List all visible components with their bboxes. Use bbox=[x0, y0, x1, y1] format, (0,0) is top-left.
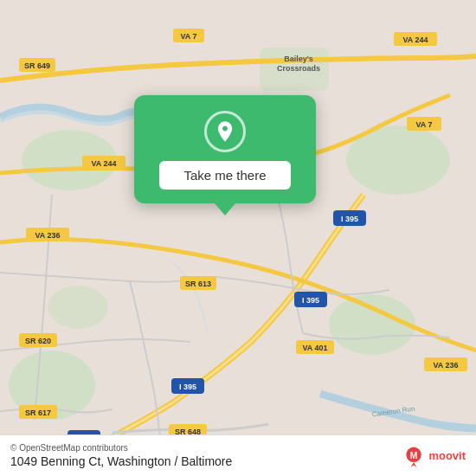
svg-text:I 395: I 395 bbox=[302, 296, 319, 305]
svg-text:Crossroads: Crossroads bbox=[277, 64, 320, 73]
moovit-logo: M moovit bbox=[402, 445, 466, 467]
svg-text:I 395: I 395 bbox=[179, 383, 196, 391]
svg-point-4 bbox=[48, 286, 108, 329]
bottom-bar: © OpenStreetMap contributors 1049 Bennin… bbox=[0, 434, 476, 476]
location-icon-wrap bbox=[204, 111, 246, 152]
map-svg: VA 7 VA 7 VA 244 VA 244 VA 244 VA 236 VA… bbox=[0, 0, 476, 476]
svg-text:SR 620: SR 620 bbox=[25, 337, 51, 345]
moovit-icon: M bbox=[402, 445, 425, 467]
osm-attribution: © OpenStreetMap contributors bbox=[10, 443, 232, 453]
svg-text:VA 236: VA 236 bbox=[433, 361, 458, 370]
svg-text:VA 236: VA 236 bbox=[35, 231, 60, 240]
bottom-left-info: © OpenStreetMap contributors 1049 Bennin… bbox=[10, 443, 232, 468]
svg-text:M: M bbox=[410, 450, 418, 460]
location-pin-icon bbox=[213, 119, 237, 144]
svg-point-2 bbox=[329, 294, 415, 355]
svg-text:SR 649: SR 649 bbox=[24, 61, 50, 70]
map-container: VA 7 VA 7 VA 244 VA 244 VA 244 VA 236 VA… bbox=[0, 0, 476, 476]
svg-text:I 395: I 395 bbox=[341, 215, 358, 223]
address-label: 1049 Benning Ct, Washington / Baltimore bbox=[10, 454, 232, 468]
moovit-text-label: moovit bbox=[428, 449, 466, 462]
svg-text:VA 244: VA 244 bbox=[91, 159, 116, 168]
popup-card: Take me there bbox=[134, 95, 316, 203]
svg-text:VA 7: VA 7 bbox=[180, 32, 196, 41]
svg-text:VA 401: VA 401 bbox=[302, 344, 327, 352]
svg-text:SR 613: SR 613 bbox=[185, 280, 211, 288]
svg-text:SR 617: SR 617 bbox=[25, 408, 51, 417]
svg-text:VA 244: VA 244 bbox=[402, 35, 428, 44]
svg-text:Bailey's: Bailey's bbox=[284, 55, 313, 63]
svg-text:VA 7: VA 7 bbox=[415, 120, 432, 129]
take-me-there-button[interactable]: Take me there bbox=[159, 161, 290, 190]
